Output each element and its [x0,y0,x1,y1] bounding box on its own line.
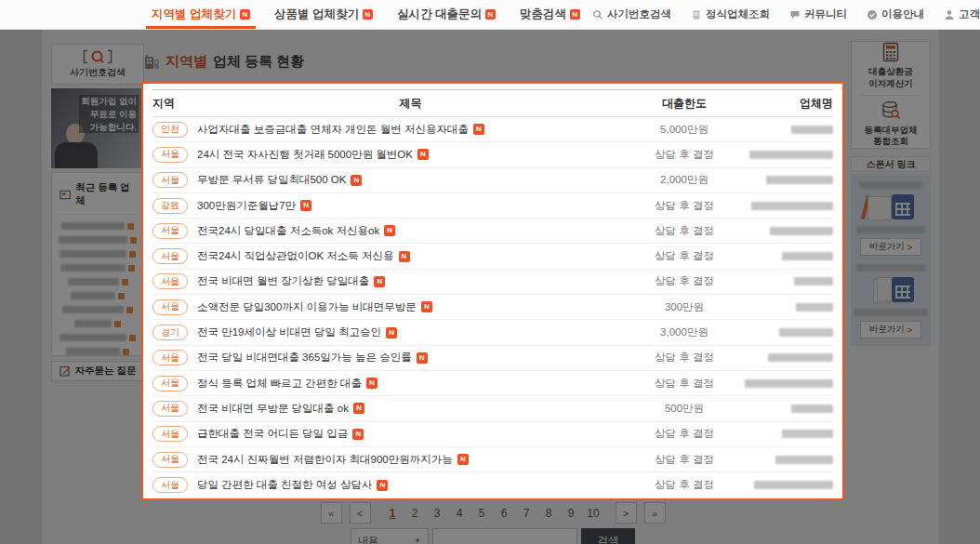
title-cell: 소액전문 당일300까지 이용가능 비대면무방문 N [197,300,624,314]
nav-item-1[interactable]: 상품별 업체찾기N [262,0,385,29]
table-row: 서울 24시 전국 자사진행 첫거래 5000만원 월변OK N 상담 후 결정 [152,142,833,167]
region-cell: 인천 [152,122,197,138]
region-cell: 서울 [152,223,197,239]
company-name-masked[interactable] [751,202,833,210]
new-badge: N [353,403,364,414]
column-header-limit: 대출한도 [624,96,745,112]
listing-title-link[interactable]: 급한대출 전국 어디든 당일 입금 [197,427,348,441]
speech-bubble-icon [789,9,801,20]
company-name-masked[interactable] [754,481,833,489]
company-name-masked[interactable] [768,353,833,362]
utility-item-search[interactable]: 사기번호검색 [592,7,671,21]
listing-title-link[interactable]: 전국 24시 진짜월변 저렴한이자 최대900만원까지가능 [197,453,453,467]
company-cell [745,328,833,337]
loan-limit-cell: 5,000만원 [624,123,745,137]
new-badge: N [485,9,496,20]
listing-title-link[interactable]: 정식 등록 업체 빠르고 간편한 대출 [197,377,362,391]
title-cell: 전국 비대면 무방문 당일대출 ok N [197,402,624,416]
region-badge: 서울 [152,223,188,239]
listing-title-link[interactable]: 사업자대출 보증금대출 연체자 개인돈 월변 저신용자대출 [197,123,469,137]
listing-title-link[interactable]: 전국 당일 비대면대출 365일가능 높은 승인률 [197,351,412,365]
title-cell: 전국 만19세이상 비대면 당일 최고승인 N [197,325,624,339]
title-cell: 정식 등록 업체 빠르고 간편한 대출 N [197,377,624,391]
company-cell [745,430,833,438]
company-name-masked[interactable] [745,379,833,388]
listing-title-link[interactable]: 소액전문 당일300까지 이용가능 비대면무방문 [197,300,417,314]
listing-title-link[interactable]: 전국 비대면 무방문 당일대출 ok [197,402,349,416]
nav-item-2[interactable]: 실시간 대출문의N [385,0,508,29]
region-badge: 서울 [152,147,188,163]
company-name-masked[interactable] [782,430,833,438]
listing-title-link[interactable]: 전국24시 직업상관없이OK 저소득 저신용 [197,249,394,263]
table-row: 서울 전국 당일 비대면대출 365일가능 높은 승인률 N 상담 후 결정 [152,346,833,371]
company-name-masked[interactable] [794,277,833,285]
region-cell: 경기 [152,325,197,340]
loan-limit-cell: 3,000만원 [624,325,745,339]
company-name-masked[interactable] [770,227,833,235]
region-cell: 서울 [152,477,197,493]
region-cell: 서울 [152,147,197,163]
region-cell: 서울 [152,248,197,264]
title-cell: 사업자대출 보증금대출 연체자 개인돈 월변 저신용자대출 N [197,123,624,137]
listing-title-link[interactable]: 무방문 무서류 당일최대500 OK [197,173,346,187]
table-row: 서울 전국 24시 진짜월변 저렴한이자 최대900만원까지가능 N 상담 후 … [152,447,833,472]
search-icon [592,9,603,20]
company-name-masked[interactable] [791,405,833,413]
table-row: 인천 사업자대출 보증금대출 연체자 개인돈 월변 저신용자대출 N 5,000… [152,117,833,142]
utility-item-person[interactable]: 고객센터 [944,7,980,21]
company-cell [745,176,833,184]
utility-item-speech-bubble[interactable]: 커뮤니티 [789,7,847,21]
company-cell [745,227,833,235]
loan-limit-cell: 상담 후 결정 [624,148,745,162]
region-cell: 서울 [152,273,197,289]
new-badge: N [300,200,311,211]
utility-item-label: 커뮤니티 [804,7,847,21]
loan-limit-cell: 상담 후 결정 [624,199,745,213]
company-name-masked[interactable] [775,456,833,464]
listing-title-link[interactable]: 전국 만19세이상 비대면 당일 최고승인 [197,325,381,339]
table-row: 경기 전국 만19세이상 비대면 당일 최고승인 N 3,000만원 [152,320,833,345]
table-row: 서울 급한대출 전국 어디든 당일 입금 N 상담 후 결정 [152,422,833,447]
company-cell [745,151,833,159]
company-name-masked[interactable] [779,328,833,337]
nav-item-0[interactable]: 지역별 업체찾기N [139,0,262,29]
new-badge: N [363,9,373,20]
region-cell: 서울 [152,401,197,417]
title-cell: 전국 비대면 월변 장기상환 당일대출 N [197,274,624,288]
listing-title-link[interactable]: 24시 전국 자사진행 첫거래 5000만원 월변OK [197,148,413,162]
company-cell [745,252,833,260]
listing-title-link[interactable]: 전국24시 당일대출 저소득ok 저신용ok [197,224,379,238]
region-badge: 서울 [152,376,188,391]
region-cell: 서울 [152,350,197,365]
title-cell: 전국24시 당일대출 저소득ok 저신용ok N [197,224,624,238]
table-row: 서울 전국 비대면 월변 장기상환 당일대출 N 상담 후 결정 [152,270,833,295]
utility-item-check-circle[interactable]: 이용안내 [867,7,924,21]
region-badge: 서울 [152,350,188,365]
new-badge: N [240,9,250,20]
loan-limit-cell: 상담 후 결정 [624,377,745,391]
nav-item-3[interactable]: 맞춤검색N [508,0,592,29]
company-name-masked[interactable] [791,126,833,134]
nav-item-label: 상품별 업체찾기 [274,7,359,22]
company-cell [745,277,833,285]
title-cell: 전국 24시 진짜월변 저렴한이자 최대900만원까지가능 N [197,453,624,467]
loan-limit-cell: 상담 후 결정 [624,478,745,492]
region-cell: 서울 [152,426,197,442]
company-name-masked[interactable] [749,151,833,159]
company-name-masked[interactable] [796,303,833,312]
company-name-masked[interactable] [766,176,833,184]
company-cell [745,405,833,413]
region-badge: 서울 [152,401,188,417]
listing-title-link[interactable]: 300만원기준월납7만 [197,199,296,213]
loan-limit-cell: 상담 후 결정 [624,249,745,263]
company-cell [745,379,833,388]
region-badge: 강원 [152,198,188,214]
listing-title-link[interactable]: 당일 간편한 대출 친절한 여성 상담사 [197,478,372,492]
company-cell [745,456,833,464]
listing-title-link[interactable]: 전국 비대면 월변 장기상환 당일대출 [197,274,369,288]
company-name-masked[interactable] [782,252,833,260]
utility-item-document[interactable]: 정식업체조회 [691,7,770,21]
nav-item-label: 실시간 대출문의 [397,7,482,22]
company-cell [745,481,833,489]
region-badge: 서울 [152,426,188,442]
